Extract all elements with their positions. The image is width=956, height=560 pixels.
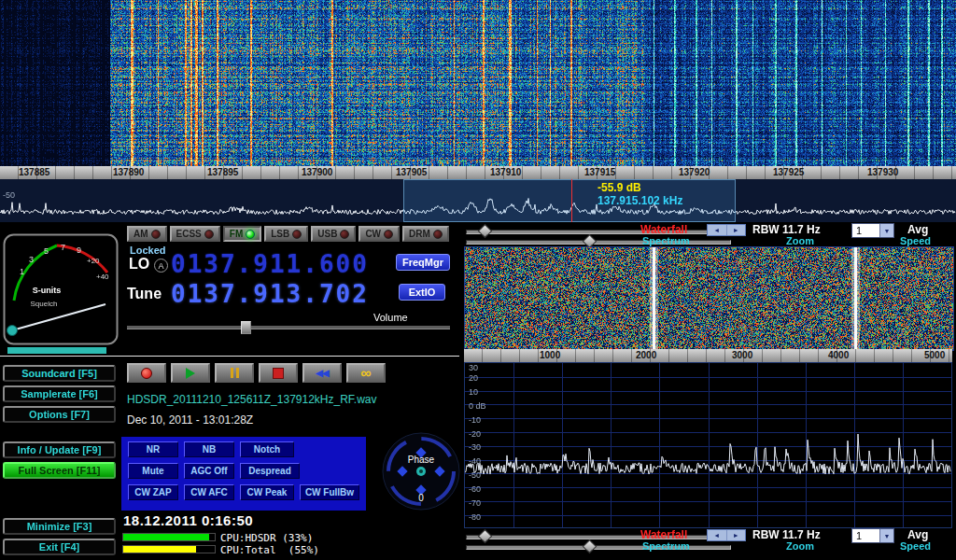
freq-tick-label: 137930: [867, 167, 898, 177]
spectrum-mode-label-top[interactable]: Spectrum: [642, 235, 690, 246]
speed-value-top[interactable]: 1: [852, 224, 879, 237]
fullscreen-button[interactable]: Full Screen [F11]: [3, 462, 116, 479]
rbw-readout-bottom: RBW 11.7 Hz: [752, 528, 821, 541]
db-label: -60: [469, 484, 481, 494]
zoom-scroll-control-bottom[interactable]: ◄ ►: [707, 529, 746, 541]
audio-tick-label: 5000: [924, 350, 945, 360]
freq-tick-label: 137920: [679, 167, 710, 177]
tune-label: Tune: [127, 286, 162, 302]
waterfall-brightness-track-bottom[interactable]: [466, 535, 731, 539]
freq-tick-label: 137905: [396, 167, 427, 177]
waterfall-contrast-track-bottom[interactable]: [466, 545, 731, 550]
audio-tick-label: 4000: [828, 350, 849, 360]
overview-db-axis-label: -50: [3, 190, 15, 200]
mute-button[interactable]: Mute: [128, 463, 178, 479]
mode-led: [292, 230, 302, 239]
rewind-button[interactable]: ◀◀: [302, 363, 342, 383]
mode-label: LSB: [271, 229, 289, 239]
scroll-left-icon[interactable]: ◄: [708, 530, 727, 540]
mode-fm-button[interactable]: FM: [223, 226, 261, 242]
freq-tick-label: 137910: [490, 167, 521, 177]
lo-label: LO: [129, 256, 149, 273]
mode-lsb-button[interactable]: LSB: [264, 226, 308, 242]
cw-afc-button[interactable]: CW AFC: [184, 484, 234, 500]
stop-button[interactable]: [259, 363, 298, 383]
overview-spectrum[interactable]: -50 -55.9 dB 137.915.102 kHz: [0, 179, 956, 223]
lo-frequency-value[interactable]: 0137.911.600: [171, 250, 369, 278]
db-label: -10: [469, 415, 481, 425]
speed-dropdown-bottom[interactable]: 1 ▼: [851, 528, 894, 543]
notch-button[interactable]: Notch: [240, 441, 294, 457]
cw-fullbw-button[interactable]: CW FullBw: [300, 484, 359, 500]
audio-spectrum[interactable]: 30 20 10 0 dB -10 -20 -30 -40 -50 -60 -7…: [464, 362, 952, 528]
cw-zap-button[interactable]: CW ZAP: [128, 484, 178, 500]
play-button[interactable]: [171, 363, 210, 383]
despread-button[interactable]: Despread: [240, 463, 300, 479]
scroll-left-icon[interactable]: ◄: [708, 225, 727, 235]
mode-label: DRM: [409, 229, 430, 239]
mode-usb-button[interactable]: USB: [311, 226, 356, 242]
waterfall-contrast-handle-bottom[interactable]: [583, 539, 598, 554]
nr-button[interactable]: NR: [128, 441, 178, 457]
dropdown-arrow-icon[interactable]: ▼: [879, 529, 893, 542]
volume-slider-handle[interactable]: [241, 321, 251, 334]
mode-am-button[interactable]: AM: [127, 226, 167, 242]
loop-button[interactable]: ∞: [346, 363, 386, 383]
pause-button[interactable]: [215, 363, 254, 383]
main-frequency-scale[interactable]: 137885 137890 137895 137900 137905 13791…: [0, 166, 956, 179]
waterfall-mode-label-top[interactable]: Waterfall: [640, 223, 687, 236]
cw-peak-button[interactable]: CW Peak: [240, 484, 294, 500]
lo-lock-badge[interactable]: A: [154, 259, 168, 273]
mode-drm-button[interactable]: DRM: [402, 226, 449, 242]
audio-frequency-scale[interactable]: 1000 2000 3000 4000 5000: [464, 349, 952, 362]
scroll-right-icon[interactable]: ►: [727, 530, 746, 540]
spectrum-mode-label-bottom[interactable]: Spectrum: [642, 540, 690, 552]
mode-led: [384, 230, 393, 239]
audio-tick-label: 1000: [540, 350, 560, 360]
waterfall-brightness-handle-top[interactable]: [478, 224, 493, 239]
scroll-right-icon[interactable]: ►: [727, 225, 746, 235]
waterfall-brightness-handle-bottom[interactable]: [478, 529, 493, 544]
zoom-band[interactable]: [403, 179, 736, 222]
samplerate-button[interactable]: Samplerate [F6]: [3, 385, 116, 402]
freq-tick-label: 137900: [302, 167, 332, 177]
avg-label-top: Avg: [907, 223, 928, 236]
waterfall-brightness-track-top[interactable]: [466, 230, 731, 234]
cpu-total-text: CPU:Total (55%): [220, 544, 319, 556]
options-button[interactable]: Options [F7]: [3, 406, 116, 423]
audio-waterfall[interactable]: [464, 246, 954, 351]
db-label: 30: [469, 363, 478, 372]
info-update-button[interactable]: Info / Update [F9]: [3, 441, 116, 458]
smeter-squelch-label: Squelch: [31, 300, 58, 308]
panel-divider: [0, 356, 459, 357]
speed-value-bottom[interactable]: 1: [852, 529, 879, 542]
mode-ecss-button[interactable]: ECSS: [170, 226, 220, 242]
nb-button[interactable]: NB: [184, 441, 234, 457]
smeter-tick: 1: [20, 267, 24, 276]
extio-button[interactable]: ExtIO: [399, 284, 445, 301]
smeter-tick: 7: [61, 243, 65, 252]
main-waterfall[interactable]: [0, 0, 956, 166]
exit-button[interactable]: Exit [F4]: [3, 539, 116, 555]
soundcard-button[interactable]: Soundcard [F5]: [3, 365, 116, 382]
phase-center-hole: [419, 469, 423, 473]
locked-indicator: Locked: [130, 245, 166, 256]
dropdown-arrow-icon[interactable]: ▼: [879, 224, 893, 237]
record-button[interactable]: [127, 363, 166, 383]
volume-slider-track[interactable]: [127, 326, 450, 329]
smeter-tick: +20: [87, 257, 100, 265]
agc-button[interactable]: AGC Off: [184, 463, 234, 479]
waterfall-mode-label-bottom[interactable]: Waterfall: [640, 528, 687, 541]
speed-dropdown-top[interactable]: 1 ▼: [851, 223, 894, 238]
zoom-scroll-control-top[interactable]: ◄ ►: [707, 224, 746, 236]
mode-led: [433, 230, 443, 239]
freqmgr-button[interactable]: FreqMgr: [396, 254, 450, 271]
avg-label-bottom: Avg: [907, 528, 928, 541]
mode-cw-button[interactable]: CW: [358, 226, 400, 242]
minimize-button[interactable]: Minimize [F3]: [3, 518, 116, 535]
tune-cursor: [571, 179, 572, 222]
pause-icon: [236, 368, 239, 378]
tune-frequency-value[interactable]: 0137.913.702: [171, 280, 369, 308]
waterfall-contrast-track-top[interactable]: [466, 240, 731, 245]
db-label: -40: [469, 456, 481, 466]
